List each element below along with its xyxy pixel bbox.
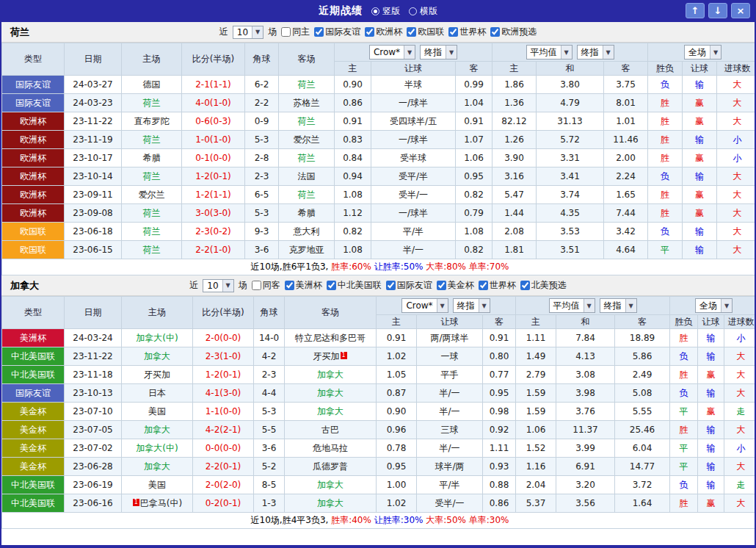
odds-kind-select[interactable]: 终指▼ [420,45,457,60]
same-venue-checkbox-label[interactable]: 同客 [252,279,280,292]
competition-checkbox-label[interactable]: 美金杯 [437,279,474,292]
competition-checkbox[interactable] [479,281,488,290]
avg-kind-select[interactable]: 终指▼ [600,298,637,313]
score: 1-0(1-0) [182,131,245,149]
column-header: 比分(半场) [182,43,245,76]
competition-checkbox-label[interactable]: 北美预选 [520,279,567,292]
recent-count-select[interactable]: 10▼ [233,26,263,39]
match-date: 24-03-24 [65,329,122,347]
competition-checkbox-label[interactable]: 欧洲杯 [365,26,402,38]
odds-home: 0.78 [377,439,417,458]
avg-home: 3.16 [493,167,537,186]
avg-draw: 4.13 [556,347,615,366]
odds-away: 0.79 [456,204,493,223]
match-row: 中北美国联23-11-18牙买加1-2(0-1)2-3加拿大1.05平手0.77… [2,366,756,384]
same-venue-checkbox[interactable] [252,281,261,290]
competition-checkbox-label[interactable]: 国际友谊 [314,26,360,38]
same-venue-checkbox[interactable] [281,27,291,37]
scope-select[interactable]: 全场▼ [684,45,722,60]
results-table: 类型日期主场比分(半场)角球客场Crow*▼终指▼平均值▼终指▼全场▼主让球客主… [1,43,756,275]
summary-row: 近10场,胜6平1负3, 胜率:60% 让胜率:50% 大率:80% 单率:70… [2,259,756,275]
competition-checkbox[interactable] [327,281,336,290]
competition-type-badge: 美金杯 [2,458,65,476]
handicap-line: 半/一 [417,439,483,458]
odds-home: 0.90 [377,403,417,421]
avg-source-select[interactable]: 平均值▼ [526,45,573,60]
scroll-down-button[interactable]: ↓ [708,3,727,18]
away-team: 荷兰 [298,153,316,163]
competition-checkbox[interactable] [520,281,530,290]
checkbox-label-text: 欧国联 [418,26,444,38]
home-team: 荷兰 [143,134,161,145]
avg-draw: 3.74 [537,186,604,204]
odds-home: 0.90 [335,76,371,94]
result-outcome: 平 [648,241,683,259]
handicap-line: 平手 [417,366,483,384]
sub-column-header: 和 [556,315,615,329]
competition-checkbox-label[interactable]: 欧国联 [407,26,444,38]
score: 4-1(3-0) [193,384,254,403]
competition-checkbox-label[interactable]: 中北美国联 [327,279,382,292]
avg-home: 1.59 [516,403,556,421]
odds-kind-select[interactable]: 终指▼ [453,298,490,313]
sub-column-header: 胜负 [670,315,698,329]
summary-part: 大率:80% [423,262,466,272]
score: 1-2(0-1) [182,167,245,186]
away-team: 爱尔兰 [294,134,320,145]
competition-checkbox-label[interactable]: 世界杯 [479,279,516,292]
odds-source-select[interactable]: Crow*▼ [369,45,415,60]
column-header: 角球 [245,43,279,76]
handicap-line: 受半/一 [371,186,456,204]
result-goals: 大 [724,384,756,403]
corners: 6-2 [245,76,279,94]
competition-checkbox[interactable] [490,27,500,37]
summary-part: 让胜率:30% [371,515,424,525]
odds-away: 0.86 [483,494,516,513]
recent-count-select[interactable]: 10▼ [203,279,233,292]
competition-checkbox-label[interactable]: 美洲杯 [285,279,322,292]
team-name: 荷兰 [10,26,29,39]
avg-draw: 3.98 [556,384,615,403]
scope-select[interactable]: 全场▼ [695,298,733,313]
match-row: 国际友谊24-03-27德国2-1(1-1)6-2荷兰0.90半球0.991.8… [2,76,756,94]
competition-checkbox-label[interactable]: 欧洲预选 [490,26,537,38]
same-venue-checkbox-label[interactable]: 同主 [281,26,310,38]
handicap-line: 平/半 [371,223,456,241]
competition-checkbox-label[interactable]: 世界杯 [448,26,486,38]
result-outcome: 平 [670,458,698,476]
layout-vertical-radio[interactable]: 竖版 [371,5,400,18]
competition-checkbox[interactable] [407,27,416,37]
competition-checkbox[interactable] [448,27,458,37]
home-team: 加拿大(中) [136,443,178,453]
handicap-line: 受四球半/五 [371,112,456,131]
handicap-line: 平/半 [417,476,483,494]
competition-checkbox[interactable] [314,27,324,37]
competition-checkbox-label[interactable]: 国际友谊 [386,279,432,292]
avg-source-select[interactable]: 平均值▼ [549,298,595,313]
competition-checkbox[interactable] [365,27,374,37]
home-team: 荷兰 [143,171,161,181]
handicap-line: 两/两球半 [417,329,483,347]
competition-checkbox[interactable] [386,281,396,290]
avg-kind-select[interactable]: 终指▼ [577,45,614,60]
odds-source-select[interactable]: Crow*▼ [401,298,448,313]
avg-away: 2.49 [615,366,670,384]
match-date: 23-06-18 [65,223,122,241]
competition-type-badge: 美洲杯 [2,329,65,347]
away-team-cell: 意大利 [279,223,335,241]
avg-home: 5.47 [493,186,537,204]
avg-source-select-value: 平均值 [527,46,561,59]
avg-draw: 31.13 [537,112,604,131]
competition-checkbox[interactable] [285,281,294,290]
home-team-cell: 荷兰 [122,167,182,186]
home-team-cell: 加拿大 [122,347,193,366]
close-button[interactable]: × [731,3,750,18]
result-goals: 大 [717,223,756,241]
scroll-up-button[interactable]: ↑ [686,3,705,18]
competition-checkbox[interactable] [437,281,446,290]
layout-horizontal-radio[interactable]: 横版 [409,5,437,18]
result-outcome: 负 [648,167,683,186]
result-handicap: 赢 [683,149,717,167]
match-date: 23-10-14 [65,167,122,186]
competition-type-badge: 欧洲杯 [2,112,65,131]
